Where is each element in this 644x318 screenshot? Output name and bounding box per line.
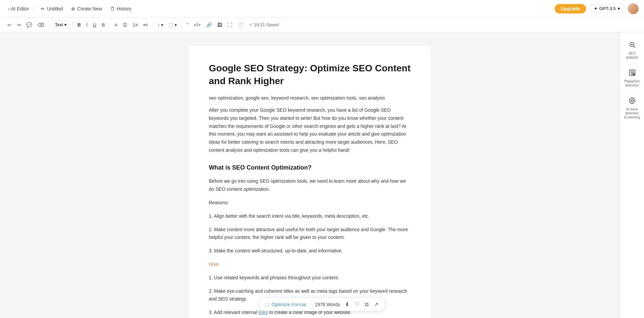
reason-1: 1. Align better with the search intent v… xyxy=(209,212,411,220)
strikethrough-button[interactable]: S xyxy=(100,21,107,29)
paragraph-1: After you complete your Google SEO keywo… xyxy=(209,106,411,154)
unordered-list-button[interactable]: •≡ xyxy=(141,21,150,29)
dropdown-arrow-icon: ▾ xyxy=(64,22,67,27)
line-height-button[interactable]: ↕ ▾ xyxy=(156,21,166,29)
editor-area[interactable]: Google SEO Strategy: Optimize SEO Conten… xyxy=(0,32,620,318)
align-center-button[interactable]: ☰ xyxy=(121,21,129,29)
svg-point-10 xyxy=(629,98,635,104)
save-status-text: ✓ 19:21 Saved xyxy=(249,22,279,27)
history-icon: 🗒 xyxy=(110,6,115,11)
seo-analysis-icon xyxy=(629,41,636,50)
gpt-label: GPT-3.5 xyxy=(600,6,616,11)
plagiarism-icon xyxy=(629,69,636,78)
share-button[interactable]: ↗ xyxy=(373,301,379,308)
upgrade-button[interactable]: Upgrade xyxy=(555,4,586,13)
save-indicator: ✓ 19:21 Saved xyxy=(249,22,279,27)
header-divider xyxy=(34,5,35,12)
plagiarism-detection-tool[interactable]: Plagiarism detection xyxy=(622,66,643,91)
editor-content: Google SEO Strategy: Optimize SEO Conten… xyxy=(189,46,431,318)
ai-editor-label: AI Editor xyxy=(11,6,29,11)
history-button[interactable]: 🗒 History xyxy=(107,5,135,13)
plus-circle-icon: ⊕ xyxy=(71,6,75,11)
text-style-label: Text xyxy=(55,22,63,27)
undo-button[interactable]: ↩ xyxy=(5,21,13,29)
fullscreen-button[interactable]: ⛶ xyxy=(225,21,234,29)
blockquote-button[interactable]: " xyxy=(185,21,190,29)
ordered-list-button[interactable]: 1≡ xyxy=(131,21,140,29)
upgrade-label: Upgrade xyxy=(561,6,580,11)
reasons-label: Reasons: xyxy=(209,199,411,207)
toolbar-separator-4 xyxy=(153,22,153,28)
ai-trace-icon xyxy=(629,97,636,106)
untitled-tab[interactable]: ✏ Untitled xyxy=(37,5,66,13)
toolbar-separator-5 xyxy=(182,22,182,28)
image-button[interactable]: 🖼 xyxy=(215,21,224,29)
italic-button[interactable]: I xyxy=(84,21,90,29)
optimize-icon: ⬚ xyxy=(265,302,269,307)
seo-analysis-label: SEO analysis xyxy=(624,51,641,60)
reason-2: 2. Make content more attractive and usef… xyxy=(209,226,411,242)
ai-trace-tool[interactable]: AI trace detection & rewriting xyxy=(622,94,643,123)
main-layout: Google SEO Strategy: Optimize SEO Conten… xyxy=(0,32,644,318)
toolbar-separator-2 xyxy=(72,22,73,28)
header-left: ‹ AI Editor ✏ Untitled ⊕ Create New 🗒 Hi… xyxy=(5,5,135,13)
toolbar-separator-3 xyxy=(109,22,110,28)
word-count-label: 1978 Words xyxy=(315,302,340,307)
code-button[interactable]: </> xyxy=(192,21,202,29)
toolbar: ↩ ↪ 💬 ⌫ Text ▾ B I U S ≡ ☰ 1≡ •≡ ↕ ▾ ⬚ ▾… xyxy=(0,17,644,32)
back-arrow-icon: ‹ xyxy=(8,6,10,11)
redo-button[interactable]: ↪ xyxy=(15,21,23,29)
back-to-ai-editor-button[interactable]: ‹ AI Editor xyxy=(5,5,32,13)
eraser-button[interactable]: ⌫ xyxy=(35,21,46,29)
untitled-label: Untitled xyxy=(47,6,63,11)
history-label: History xyxy=(117,6,132,11)
plagiarism-label: Plagiarism detection xyxy=(624,79,641,87)
toolbar-separator-1 xyxy=(49,22,49,28)
text-style-dropdown[interactable]: Text ▾ xyxy=(52,21,70,29)
section-heading-1: What is SEO Content Optimization? xyxy=(209,163,411,173)
how-label: How: xyxy=(209,260,411,269)
edit-icon: ✏ xyxy=(41,6,45,11)
like-button[interactable]: ♡ xyxy=(354,301,360,308)
paragraph-2: Before we go into using SEO optimization… xyxy=(209,177,411,193)
document-body: After you complete your Google SEO keywo… xyxy=(209,106,411,318)
how-1: 1. Use related keywords and phrases thro… xyxy=(209,274,411,282)
optimize-format-label: Optimize Format xyxy=(271,302,306,307)
copy-button[interactable]: ⧉ xyxy=(364,301,369,308)
gpt-dropdown-arrow: ▾ xyxy=(618,6,620,11)
optimize-format-button[interactable]: ⬚ Optimize Format xyxy=(265,302,306,307)
document-title: Google SEO Strategy: Optimize SEO Conten… xyxy=(209,62,411,87)
align-left-button[interactable]: ≡ xyxy=(112,21,119,29)
gpt-model-selector[interactable]: ✦ GPT-3.5 ▾ xyxy=(589,4,624,13)
comment-button[interactable]: 💬 xyxy=(24,21,34,29)
seo-analysis-tool[interactable]: SEO analysis xyxy=(622,38,643,63)
ai-trace-label: AI trace detection & rewriting xyxy=(624,107,641,119)
create-new-button[interactable]: ⊕ Create New xyxy=(68,5,105,13)
bottom-bar-divider xyxy=(311,302,311,307)
text-align-dropdown[interactable]: ⬚ ▾ xyxy=(167,21,179,29)
gpt-sparkle-icon: ✦ xyxy=(594,6,598,11)
header-right: Upgrade ✦ GPT-3.5 ▾ xyxy=(555,3,639,14)
right-sidebar: SEO analysis Plagiarism detection xyxy=(620,32,644,318)
user-avatar[interactable] xyxy=(628,3,639,14)
link-button[interactable]: 🔗 xyxy=(204,21,214,29)
download-button[interactable]: ⬇ xyxy=(344,301,350,308)
underline-button[interactable]: U xyxy=(91,21,98,29)
create-new-label: Create New xyxy=(77,6,102,11)
document-view-button[interactable]: 📄 xyxy=(235,21,245,29)
header: ‹ AI Editor ✏ Untitled ⊕ Create New 🗒 Hi… xyxy=(0,0,644,17)
svg-line-1 xyxy=(634,46,635,48)
bold-button[interactable]: B xyxy=(75,21,83,29)
bottom-bar: ⬚ Optimize Format 1978 Words ⬇ ♡ ⧉ ↗ xyxy=(259,297,385,311)
document-keywords: seo optimization, google seo, keyword re… xyxy=(209,94,411,102)
reason-3: 3. Make the content well-structured, up-… xyxy=(209,247,411,255)
